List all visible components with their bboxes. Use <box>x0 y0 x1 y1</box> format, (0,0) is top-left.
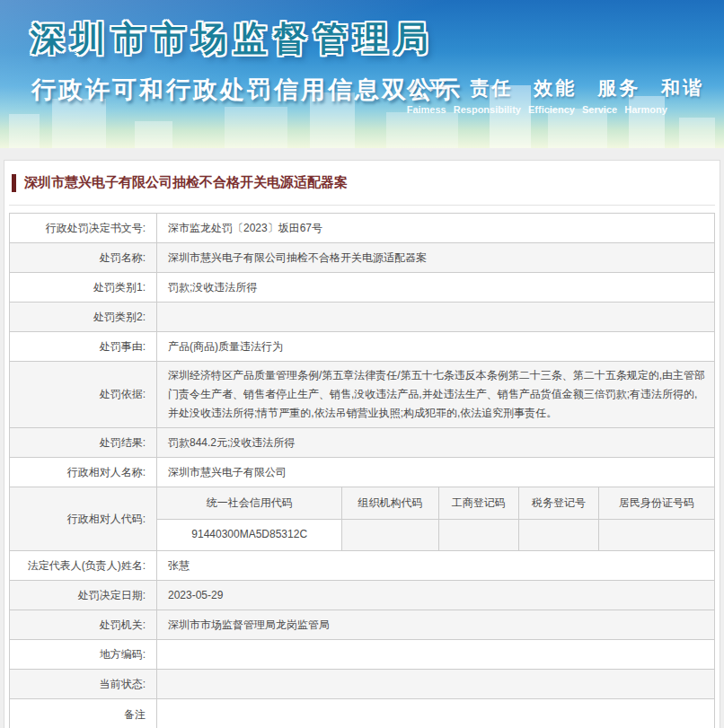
row-label: 处罚决定日期: <box>10 581 157 610</box>
row-label: 备注 <box>10 699 157 728</box>
code-header-credit-code: 统一社会信用代码 <box>157 487 342 519</box>
city-silhouette <box>52 99 106 148</box>
row-value: 深圳市慧兴电子有限公司抽检不合格开关电源适配器案 <box>157 243 715 273</box>
row-label: 行政处罚决定书文号: <box>10 214 157 243</box>
table-row: 处罚机关: 深圳市市场监督管理局龙岗监管局 <box>10 610 715 640</box>
table-row: 行政处罚决定书文号: 深市监龙处罚〔2023〕坂田67号 <box>10 214 715 243</box>
table-row: 处罚名称: 深圳市慧兴电子有限公司抽检不合格开关电源适配器案 <box>10 243 715 273</box>
row-value: 深圳经济特区产品质量管理条例/第五章法律责任/第五十七条违反本条例第二十三条、第… <box>157 362 715 428</box>
code-table: 统一社会信用代码 组织机构代码 工商登记码 税务登记号 居民身份证号码 9144… <box>157 487 714 550</box>
code-value-id-number <box>599 519 714 550</box>
table-row: 处罚决定日期: 2023-05-29 <box>10 581 715 610</box>
row-value: 深圳市市场监督管理局龙岗监管局 <box>157 610 715 640</box>
code-table-value-row: 91440300MA5D85312C <box>157 519 714 550</box>
table-row: 当前状态: <box>10 670 715 699</box>
site-subtitle: 行政许可和行政处罚信用信息双公示 <box>31 74 463 106</box>
slogan-english: Faimess Responsibility Efficiency Servic… <box>407 104 704 115</box>
site-title: 深圳市市场监督管理局 <box>31 16 435 62</box>
table-row: 备注 <box>10 699 715 728</box>
banner-slogan: 公平 责任 效能 服务 和谐 Faimess Responsibility Ef… <box>407 75 704 115</box>
title-accent-bar <box>12 174 16 192</box>
code-header-business-reg: 工商登记码 <box>438 487 518 519</box>
row-value: 张慧 <box>157 551 715 581</box>
page-title: 深圳市慧兴电子有限公司抽检不合格开关电源适配器案 <box>24 174 348 191</box>
row-label: 处罚类别1: <box>10 273 157 303</box>
row-value <box>157 640 715 670</box>
code-value-credit-code: 91440300MA5D85312C <box>157 519 342 550</box>
code-value-business-reg <box>438 519 518 550</box>
code-header-id-number: 居民身份证号码 <box>599 487 714 519</box>
code-value-tax-reg <box>518 519 598 550</box>
row-label: 行政相对人代码: <box>10 487 157 551</box>
code-value-org-code <box>342 519 438 550</box>
city-silhouette <box>679 118 715 148</box>
row-value: 深市监龙处罚〔2023〕坂田67号 <box>157 214 715 243</box>
row-value <box>157 699 715 728</box>
code-table-header-row: 统一社会信用代码 组织机构代码 工商登记码 税务登记号 居民身份证号码 <box>157 487 714 519</box>
page-title-row: 深圳市慧兴电子有限公司抽检不合格开关电源适配器案 <box>9 161 715 206</box>
table-row: 地方编码: <box>10 640 715 670</box>
row-label: 处罚事由: <box>10 332 157 362</box>
row-label: 当前状态: <box>10 670 157 699</box>
content-card: 深圳市慧兴电子有限公司抽检不合格开关电源适配器案 行政处罚决定书文号: 深市监龙… <box>4 160 720 728</box>
row-value: 深圳市慧兴电子有限公司 <box>157 458 715 487</box>
table-row: 处罚结果: 罚款844.2元;没收违法所得 <box>10 428 715 458</box>
code-header-tax-reg: 税务登记号 <box>518 487 598 519</box>
row-value: 产品(商品)质量违法行为 <box>157 332 715 362</box>
table-row: 处罚事由: 产品(商品)质量违法行为 <box>10 332 715 362</box>
row-label: 法定代表人(负责人)姓名: <box>10 551 157 581</box>
table-row: 行政相对人名称: 深圳市慧兴电子有限公司 <box>10 458 715 487</box>
row-label: 处罚结果: <box>10 428 157 458</box>
row-value <box>157 303 715 332</box>
table-row: 处罚依据: 深圳经济特区产品质量管理条例/第五章法律责任/第五十七条违反本条例第… <box>10 362 715 428</box>
row-value <box>157 670 715 699</box>
city-silhouette <box>9 114 40 148</box>
slogan-chinese: 公平 责任 效能 服务 和谐 <box>407 75 704 101</box>
row-value: 罚款;没收违法所得 <box>157 273 715 303</box>
row-label: 处罚名称: <box>10 243 157 273</box>
code-header-org-code: 组织机构代码 <box>342 487 438 519</box>
row-label: 行政相对人名称: <box>10 458 157 487</box>
table-row-party-codes: 行政相对人代码: 统一社会信用代码 组织机构代码 工商登记码 税务登记号 居民身… <box>10 487 715 551</box>
table-row: 处罚类别1: 罚款;没收违法所得 <box>10 273 715 303</box>
table-row: 处罚类别2: <box>10 303 715 332</box>
city-silhouette <box>225 107 287 148</box>
row-value: 统一社会信用代码 组织机构代码 工商登记码 税务登记号 居民身份证号码 9144… <box>157 487 715 551</box>
row-value: 罚款844.2元;没收违法所得 <box>157 428 715 458</box>
site-banner: 深圳市市场监督管理局 行政许可和行政处罚信用信息双公示 公平 责任 效能 服务 … <box>0 0 724 148</box>
row-label: 处罚类别2: <box>10 303 157 332</box>
row-value: 2023-05-29 <box>157 581 715 610</box>
row-label: 处罚机关: <box>10 610 157 640</box>
city-silhouette <box>386 112 458 148</box>
penalty-info-table: 行政处罚决定书文号: 深市监龙处罚〔2023〕坂田67号 处罚名称: 深圳市慧兴… <box>9 213 715 728</box>
city-silhouette <box>135 121 172 148</box>
row-label: 处罚依据: <box>10 362 157 428</box>
table-row: 法定代表人(负责人)姓名: 张慧 <box>10 551 715 581</box>
row-label: 地方编码: <box>10 640 157 670</box>
